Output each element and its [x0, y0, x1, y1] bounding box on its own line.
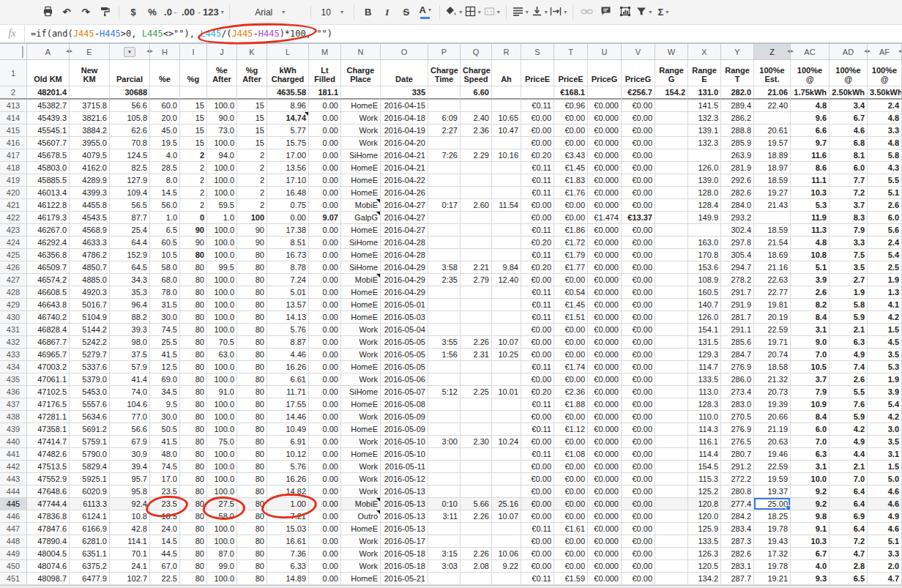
cell[interactable]: MobiE — [341, 274, 381, 286]
cell[interactable] — [655, 361, 688, 373]
cell[interactable]: €0.00 — [622, 299, 655, 311]
cell[interactable]: 46267.0 — [27, 224, 70, 237]
cell[interactable]: 24.1 — [110, 560, 150, 573]
totals-cell[interactable] — [207, 86, 237, 100]
cell[interactable]: 80 — [180, 560, 207, 573]
cell[interactable]: 0.75 — [267, 199, 309, 212]
cell[interactable] — [461, 398, 492, 411]
cell[interactable]: 17.00 — [267, 149, 309, 162]
cell[interactable]: 20.0 — [150, 112, 180, 124]
cell[interactable]: 100.0 — [207, 423, 237, 436]
cell[interactable] — [461, 299, 492, 311]
cell[interactable] — [492, 137, 521, 149]
cell[interactable]: 0.00 — [309, 535, 341, 548]
cell[interactable]: €0.00 — [554, 112, 588, 124]
cell[interactable]: 80 — [237, 498, 267, 510]
cell[interactable]: 7.4 — [830, 361, 868, 373]
cell[interactable] — [655, 373, 688, 386]
cell[interactable] — [655, 149, 688, 162]
header-cell[interactable]: %g — [180, 60, 207, 86]
cell[interactable]: 0 — [180, 212, 207, 224]
cell[interactable]: 302.4 — [721, 224, 754, 237]
cell[interactable]: 3:15 — [428, 548, 461, 560]
cell[interactable]: €0.00 — [554, 473, 588, 485]
cell[interactable]: 23.5 — [150, 485, 180, 498]
cell[interactable]: 128.4 — [688, 199, 721, 212]
cell[interactable]: Work — [341, 548, 381, 560]
cell[interactable]: 2 — [180, 187, 207, 199]
cell[interactable]: 2.6 — [868, 199, 902, 212]
cell[interactable]: 6.5 — [150, 224, 180, 237]
cell[interactable] — [492, 461, 521, 473]
cell[interactable]: 286.2 — [721, 112, 754, 124]
cell[interactable]: 132.3 — [688, 137, 721, 149]
cell[interactable]: 75.0 — [207, 436, 237, 448]
cell[interactable]: 47414.7 — [27, 436, 70, 448]
cell[interactable]: 10.07 — [492, 336, 521, 349]
cell[interactable]: 20.61 — [754, 124, 791, 137]
cell[interactable]: 0.00 — [309, 548, 341, 560]
cell[interactable]: 2.1 — [830, 461, 868, 473]
cell[interactable]: 20.19 — [754, 311, 791, 324]
cell[interactable]: 0.00 — [309, 261, 341, 274]
cell[interactable]: Work — [341, 112, 381, 124]
cell[interactable] — [428, 411, 461, 423]
cell[interactable]: 3.7 — [830, 199, 868, 212]
cell[interactable]: 9.22 — [492, 560, 521, 573]
cell[interactable]: €0.000 — [588, 498, 622, 510]
row-header[interactable]: 426 — [0, 261, 27, 274]
cell[interactable]: €0.00 — [521, 373, 554, 386]
cell[interactable]: €0.00 — [554, 411, 588, 423]
cell[interactable]: 5.5 — [868, 174, 902, 187]
cell[interactable]: 21.54 — [754, 237, 791, 249]
cell[interactable]: 8.2 — [791, 299, 830, 311]
cell[interactable]: 2016-04-15 — [381, 100, 428, 112]
cell[interactable]: 80 — [180, 386, 207, 398]
cell[interactable]: 80 — [180, 461, 207, 473]
undo-button[interactable]: ↶ — [58, 3, 75, 22]
column-header-N[interactable]: N — [341, 44, 381, 60]
cell[interactable]: €1.76 — [554, 187, 588, 199]
cell[interactable]: 2016-04-29 — [381, 274, 428, 286]
cell[interactable]: €0.00 — [554, 324, 588, 336]
cell[interactable]: 19.59 — [754, 473, 791, 485]
cell[interactable]: 3884.2 — [70, 124, 110, 137]
cell[interactable] — [655, 224, 688, 237]
cell[interactable]: €0.000 — [588, 124, 622, 137]
cell[interactable]: 67.9 — [110, 436, 150, 448]
cell[interactable]: 10.3 — [791, 535, 830, 548]
header-cell[interactable]: PriceE — [521, 60, 554, 86]
cell[interactable]: Work — [341, 137, 381, 149]
cell[interactable]: MobiE — [341, 498, 381, 510]
cell[interactable]: 5.1 — [868, 187, 902, 199]
cell[interactable]: €0.000 — [588, 100, 622, 112]
cell[interactable]: 8.4 — [791, 411, 830, 423]
cell[interactable]: 6124.1 — [70, 510, 110, 523]
cell[interactable]: 80 — [237, 423, 267, 436]
cell[interactable]: 37.5 — [110, 349, 150, 361]
cell[interactable]: 114.3 — [688, 423, 721, 436]
cell[interactable]: 100.0 — [207, 249, 237, 261]
cell[interactable]: 16.73 — [267, 249, 309, 261]
cell[interactable]: 2016-04-19 — [381, 124, 428, 137]
cell[interactable]: 5557.6 — [70, 398, 110, 411]
cell[interactable]: 19.21 — [754, 573, 791, 585]
totals-cell[interactable] — [492, 86, 521, 100]
cell[interactable]: 100.0 — [207, 361, 237, 373]
cell[interactable]: 2016-04-18 — [381, 112, 428, 124]
cell[interactable]: €0.00 — [554, 212, 588, 224]
cell[interactable]: 282.6 — [721, 187, 754, 199]
cell[interactable]: 8.1 — [830, 149, 868, 162]
cell[interactable]: 80 — [180, 423, 207, 436]
totals-cell[interactable]: 3.50kWh — [868, 86, 902, 100]
cell[interactable]: €0.20 — [521, 237, 554, 249]
cell[interactable]: 5.9 — [830, 311, 868, 324]
cell[interactable]: 80 — [237, 411, 267, 423]
cell[interactable] — [655, 423, 688, 436]
cell[interactable]: 2016-04-27 — [381, 212, 428, 224]
filter-dropdown-icon[interactable]: ▾ — [124, 47, 135, 57]
cell[interactable]: 9.07 — [309, 212, 341, 224]
cell[interactable]: 6.0 — [868, 212, 902, 224]
cell[interactable]: €0.11 — [521, 249, 554, 261]
row-header[interactable]: 416 — [0, 137, 27, 149]
